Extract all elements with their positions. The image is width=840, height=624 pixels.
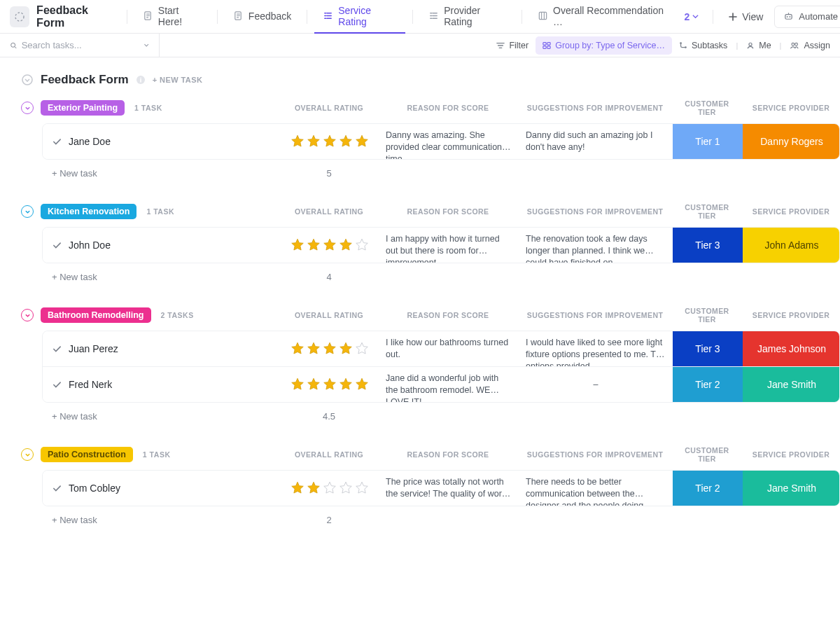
column-header-suggest[interactable]: SUGGESTIONS FOR IMPROVEMENT xyxy=(518,311,672,319)
column-header-reason[interactable]: REASON FOR SCORE xyxy=(378,207,518,216)
group-chip[interactable]: Kitchen Renovation xyxy=(41,204,136,219)
customer-tier-cell[interactable]: Tier 3 xyxy=(673,331,743,366)
add-view-button[interactable]: View xyxy=(720,11,771,22)
group-exterior-painting: Exterior Painting1 TASKOVERALL RATINGREA… xyxy=(21,99,840,183)
new-task-row[interactable]: + New task5 xyxy=(42,162,840,183)
list-body: Feedback Form + NEW TASK Exterior Painti… xyxy=(0,57,840,578)
person-icon xyxy=(746,41,755,50)
overall-rating-cell[interactable] xyxy=(281,480,379,496)
group-collapse-toggle[interactable] xyxy=(21,205,34,218)
suggestion-cell[interactable]: I would have liked to see more light fix… xyxy=(519,331,673,366)
tab-label: Overall Recommendation … xyxy=(553,5,667,27)
column-header-suggest[interactable]: SUGGESTIONS FOR IMPROVEMENT xyxy=(518,104,672,112)
service-provider-cell[interactable]: John Adams xyxy=(743,228,840,263)
column-header-tier[interactable]: CUSTOMER TIER xyxy=(672,203,742,220)
subtasks-button[interactable]: Subtasks xyxy=(672,36,734,55)
tab-overall-recommendation[interactable]: Overall Recommendation … xyxy=(529,0,676,34)
group-chip[interactable]: Patio Construction xyxy=(41,447,133,462)
column-header-rating[interactable]: OVERALL RATING xyxy=(280,207,378,216)
tab-feedback[interactable]: Feedback xyxy=(225,0,300,34)
page-title: Feedback Form xyxy=(36,4,114,29)
column-header-provider[interactable]: SERVICE PROVIDER xyxy=(742,207,840,216)
column-header-rating[interactable]: OVERALL RATING xyxy=(280,311,378,319)
list-title: Feedback Form xyxy=(41,73,129,87)
info-icon[interactable] xyxy=(136,75,146,85)
customer-tier-cell[interactable]: Tier 2 xyxy=(673,367,743,402)
tab-label: Start Here! xyxy=(158,5,202,27)
column-header-reason[interactable]: REASON FOR SCORE xyxy=(378,104,518,112)
doc-icon xyxy=(233,11,244,21)
column-header-tier[interactable]: CUSTOMER TIER xyxy=(672,307,742,324)
top-tab-bar: Feedback Form Start Here! Feedback Servi… xyxy=(0,0,840,34)
search-input[interactable] xyxy=(22,40,139,50)
column-header-reason[interactable]: REASON FOR SCORE xyxy=(378,311,518,319)
suggestion-cell[interactable]: There needs to be better communication b… xyxy=(519,471,673,506)
board-icon xyxy=(538,11,548,21)
column-header-rating[interactable]: OVERALL RATING xyxy=(280,450,378,459)
assignee-button[interactable]: Assign xyxy=(783,36,837,55)
suggestion-cell[interactable]: The renovation took a few days longer th… xyxy=(519,228,673,263)
service-provider-cell[interactable]: Danny Rogers xyxy=(743,124,840,159)
column-header-reason[interactable]: REASON FOR SCORE xyxy=(378,450,518,459)
status-circle-icon[interactable] xyxy=(21,74,34,86)
task-row[interactable]: Jane Doe Danny was amazing. She provided… xyxy=(43,124,839,159)
overall-rating-cell[interactable] xyxy=(281,341,379,356)
star-icon xyxy=(338,134,354,149)
automate-button[interactable]: Automate xyxy=(774,6,840,28)
suggestion-cell[interactable]: – xyxy=(519,373,673,396)
svg-rect-11 xyxy=(547,46,550,48)
new-task-row[interactable]: + New task4.5 xyxy=(42,405,840,427)
overall-rating-cell[interactable] xyxy=(281,377,379,392)
me-button[interactable]: Me xyxy=(739,36,778,55)
suggestion-cell[interactable]: Danny did such an amazing job I don't ha… xyxy=(519,124,673,159)
group-by-button[interactable]: Group by: Type of Service… xyxy=(536,36,672,55)
column-header-tier[interactable]: CUSTOMER TIER xyxy=(672,99,742,116)
column-header-provider[interactable]: SERVICE PROVIDER xyxy=(742,450,840,459)
group-collapse-toggle[interactable] xyxy=(21,448,34,461)
service-provider-cell[interactable]: Jane Smith xyxy=(743,367,840,402)
overall-rating-cell[interactable] xyxy=(281,134,379,149)
customer-tier-cell[interactable]: Tier 3 xyxy=(673,228,743,263)
task-row[interactable]: Juan Perez I like how our bathrooms turn… xyxy=(43,331,839,367)
tab-service-rating[interactable]: Service Rating xyxy=(314,0,405,34)
group-chip[interactable]: Bathroom Remodelling xyxy=(41,307,151,323)
filter-button[interactable]: Filter xyxy=(489,36,536,55)
group-chip[interactable]: Exterior Painting xyxy=(41,100,125,116)
column-header-suggest[interactable]: SUGGESTIONS FOR IMPROVEMENT xyxy=(518,450,672,459)
new-task-row[interactable]: + New task4 xyxy=(42,266,840,287)
group-collapse-toggle[interactable] xyxy=(21,309,34,321)
overall-rating-cell[interactable] xyxy=(281,237,379,253)
tab-start-here[interactable]: Start Here! xyxy=(134,0,210,34)
group-collapse-toggle[interactable] xyxy=(21,102,34,114)
tab-provider-rating[interactable]: Provider Rating xyxy=(420,0,514,34)
tab-more-views[interactable]: 2 xyxy=(678,11,706,22)
task-row[interactable]: Tom Cobley The price was totally not wor… xyxy=(43,471,839,506)
column-header-tier[interactable]: CUSTOMER TIER xyxy=(672,446,742,463)
column-header-provider[interactable]: SERVICE PROVIDER xyxy=(742,104,840,112)
reason-cell[interactable]: Danny was amazing. She provided clear co… xyxy=(379,124,519,159)
separator xyxy=(713,10,713,24)
task-row[interactable]: John Doe I am happy with how it turned o… xyxy=(43,228,839,263)
group-kitchen-renovation: Kitchen Renovation1 TASKOVERALL RATINGRE… xyxy=(21,203,840,287)
reason-cell[interactable]: I like how our bathrooms turned out. xyxy=(379,331,519,366)
service-provider-cell[interactable]: Jane Smith xyxy=(743,471,840,506)
column-header-rating[interactable]: OVERALL RATING xyxy=(280,104,378,112)
new-task-row[interactable]: + New task2 xyxy=(42,509,840,530)
separator: | xyxy=(778,41,783,50)
reason-cell[interactable]: I am happy with how it turned out but th… xyxy=(379,228,519,263)
workspace-logo[interactable] xyxy=(10,6,29,27)
separator xyxy=(412,10,413,24)
reason-cell[interactable]: The price was totally not worth the serv… xyxy=(379,471,519,506)
customer-tier-cell[interactable]: Tier 1 xyxy=(673,124,743,159)
customer-tier-cell[interactable]: Tier 2 xyxy=(673,471,743,506)
task-name: Tom Cobley xyxy=(69,483,120,494)
subtasks-label: Subtasks xyxy=(692,41,727,50)
chevron-down-icon[interactable] xyxy=(144,41,149,49)
svg-rect-4 xyxy=(785,15,792,20)
task-row[interactable]: Fred Nerk Jane did a wonderful job with … xyxy=(43,367,839,402)
column-header-provider[interactable]: SERVICE PROVIDER xyxy=(742,311,840,319)
new-task-button[interactable]: + NEW TASK xyxy=(153,76,203,84)
service-provider-cell[interactable]: James Johnson xyxy=(743,331,840,366)
reason-cell[interactable]: Jane did a wonderful job with the bathro… xyxy=(379,367,519,402)
column-header-suggest[interactable]: SUGGESTIONS FOR IMPROVEMENT xyxy=(518,207,672,216)
